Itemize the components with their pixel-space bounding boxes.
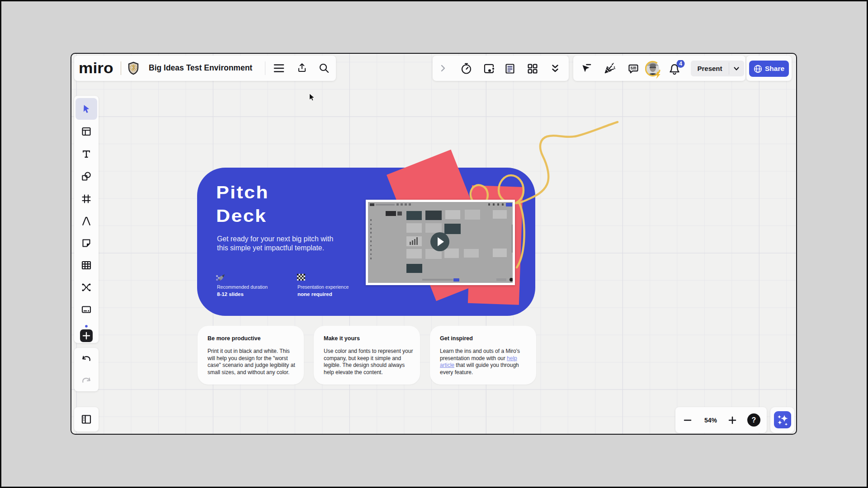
svg-text:3: 3 [132,65,135,71]
svg-text:4: 4 [679,61,682,67]
